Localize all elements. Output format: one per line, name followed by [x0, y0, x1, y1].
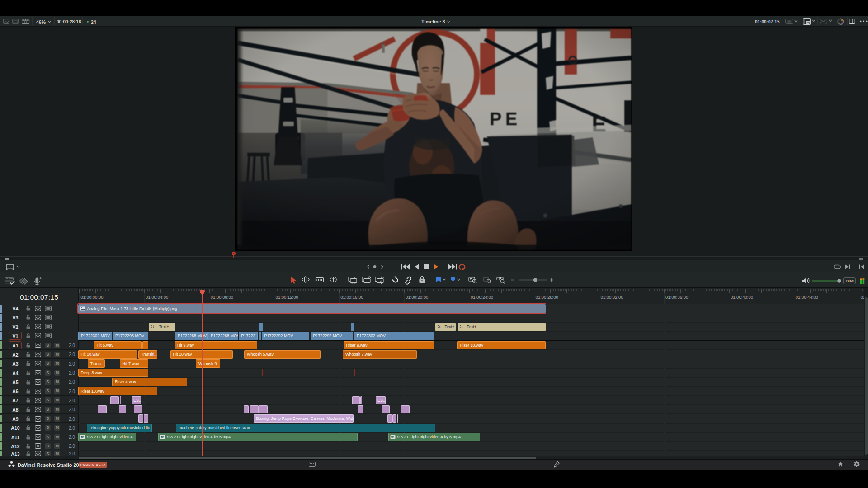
svg-text:fx: fx — [391, 436, 394, 439]
svg-text:fx: fx — [81, 436, 84, 439]
svg-text:DIM: DIM — [846, 278, 854, 283]
svg-text:fx: fx — [161, 436, 164, 439]
svg-text:HQ: HQ — [807, 21, 810, 24]
